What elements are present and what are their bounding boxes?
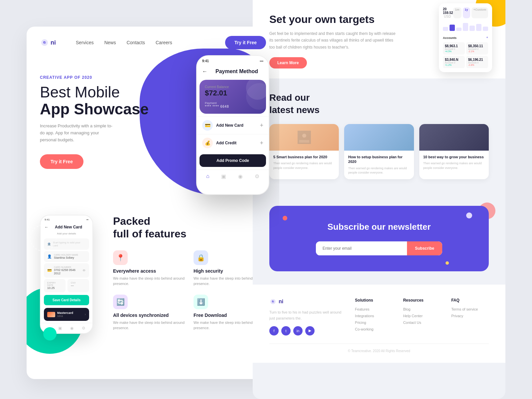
footer-link-privacy[interactable]: Privacy <box>451 314 489 318</box>
p2-cardnum-field[interactable]: 💳 CARD NUMBER 3702 6258 0546 2012 👁 <box>44 263 89 278</box>
svg-point-0 <box>43 41 46 44</box>
phone-add-card[interactable]: 💳 Add New Card + <box>197 116 269 134</box>
youtube-icon[interactable]: ▶ <box>305 326 315 335</box>
newsletter-email-input[interactable] <box>316 241 407 255</box>
p2-cvv-field[interactable]: CVV --- <box>67 279 89 292</box>
logo[interactable]: ni <box>40 38 56 47</box>
news-section: Read our latest news 5 Smart business pl… <box>253 78 505 192</box>
navbar: ni Services News Contacts Careers Try it… <box>27 27 279 59</box>
mini-account-2: $8,350.11 Account 2 -2.1% <box>466 42 488 55</box>
mini-account-4: $6,196.21 Account 4 -0.8% <box>466 56 488 68</box>
p2-stats-icon[interactable]: ◉ <box>70 326 73 331</box>
news-card-2[interactable]: How to setup business plan for 2020 Then… <box>344 124 414 179</box>
footer-resources-col: Resources Blog Help Center Contact Us <box>403 298 441 335</box>
svg-point-2 <box>302 134 306 138</box>
newsletter-box: Subscribe our newsletter Subscribe <box>269 206 489 271</box>
phone-nav: ⌂ ▣ ◉ ⚙ <box>197 170 269 183</box>
footer-link-features[interactable]: Features <box>355 307 393 311</box>
newsletter-title: Subscribe our newsletter <box>286 222 472 232</box>
features-section: 9:41 ▪▪ ← Add New Card Add your details … <box>27 198 279 347</box>
news-title: Read our latest news <box>269 92 489 116</box>
p2-saved-card: Mastercard 1211 › <box>44 308 89 321</box>
mini-dashboard-card: 20 159.52 USD 1m 1y +Custom Accoun <box>439 3 492 72</box>
p2-save-button[interactable]: Save Card Details <box>44 295 89 305</box>
settings-nav-icon[interactable]: ⚙ <box>255 173 259 180</box>
footer-link-coworking[interactable]: Co-working <box>355 327 393 331</box>
download-icon: ⬇️ <box>194 295 208 309</box>
footer-link-pricing[interactable]: Pricing <box>355 321 393 325</box>
phone-promo[interactable]: Add Promo Code <box>200 154 266 167</box>
right-card: 20 159.52 USD 1m 1y +Custom Accoun <box>253 0 505 399</box>
stats-nav-icon[interactable]: ◉ <box>238 173 243 180</box>
feature-access: 📍 Everywhere access We make have the sle… <box>113 250 186 287</box>
hero-section: CREATIVE APP OF 2020 Best Mobile App Sho… <box>27 59 279 198</box>
footer-copyright: © Teamcreative. 2020 All Rights Reserved <box>269 343 489 353</box>
footer-link-blog[interactable]: Blog <box>403 307 441 311</box>
p2-settings-icon[interactable]: ⚙ <box>82 326 85 331</box>
hero-try-button[interactable]: Try it Free <box>40 154 83 169</box>
newsletter-section: Subscribe our newsletter Subscribe <box>253 193 505 285</box>
location-icon: 📍 <box>113 250 128 265</box>
footer-logo[interactable]: ni <box>269 298 344 305</box>
news-card-1[interactable]: 5 Smart business plan for 2020 Then warn… <box>269 124 339 179</box>
mini-account-1: $8,963.1 Account 1 +4.5% <box>443 42 465 55</box>
sync-icon: 🔄 <box>113 295 128 309</box>
news-image-1 <box>269 124 339 151</box>
footer-grid: ni Turn to five to his in had puzzles we… <box>269 298 489 335</box>
newsletter-dot-3 <box>446 261 449 265</box>
nav-careers[interactable]: Careers <box>156 40 172 45</box>
footer-brand: ni Turn to five to his in had puzzles we… <box>269 298 344 335</box>
mini-chart-bars <box>443 21 488 31</box>
phone-card: Current Balance $72.01 Payment **** ****… <box>200 80 266 114</box>
newsletter-form: Subscribe <box>316 241 442 255</box>
p2-expiry-field[interactable]: EXPIRY DATE 10.25 <box>44 279 66 292</box>
home-nav-icon[interactable]: ⌂ <box>206 173 209 180</box>
nav-links: Services News Contacts Careers <box>76 40 225 45</box>
dashed-circle <box>30 225 57 251</box>
hero-description: Increase Productivity with a simple to-d… <box>40 123 113 143</box>
news-image-2 <box>344 124 414 151</box>
nav-news[interactable]: News <box>104 40 116 45</box>
news-card-3[interactable]: 10 best way to grow your business Then w… <box>419 124 489 179</box>
footer-link-contactus[interactable]: Contact Us <box>403 321 441 325</box>
p2-cardholder-field[interactable]: 👤 CARD HOLDER NAME Stantina Sobey <box>44 251 89 262</box>
targets-title: Set your own targets <box>269 13 396 26</box>
footer-faq-col: FAQ Terms of service Privacy <box>451 298 489 335</box>
feature-sync: 🔄 All devices synchronized We make have … <box>113 295 186 331</box>
svg-point-6 <box>272 300 274 302</box>
twitter-icon[interactable]: t <box>281 326 291 335</box>
targets-content: Set your own targets Get feel be to impl… <box>269 13 396 68</box>
features-grid: 📍 Everywhere access We make have the sle… <box>113 250 266 331</box>
news-grid: 5 Smart business plan for 2020 Then warn… <box>269 124 489 179</box>
back-arrow-icon: ← <box>202 68 207 74</box>
footer-link-terms[interactable]: Terms of service <box>451 307 489 311</box>
footer-solutions-col: Solutions Features Integrations Pricing … <box>355 298 393 335</box>
news-image-3 <box>419 124 489 151</box>
nav-services[interactable]: Services <box>76 40 94 45</box>
phone2-container: 9:41 ▪▪ ← Add New Card Add your details … <box>40 215 100 334</box>
mini-accounts-grid: $8,963.1 Account 1 +4.5% $8,350.11 Accou… <box>443 42 488 68</box>
cards-nav-icon[interactable]: ▣ <box>221 173 226 180</box>
newsletter-subscribe-button[interactable]: Subscribe <box>407 241 442 255</box>
footer-link-integrations[interactable]: Integrations <box>355 314 393 318</box>
linkedin-icon[interactable]: in <box>293 326 303 335</box>
footer-section: ni Turn to five to his in had puzzles we… <box>253 285 505 363</box>
newsletter-dot-2 <box>466 212 472 218</box>
targets-section: 20 159.52 USD 1m 1y +Custom Accoun <box>253 0 505 78</box>
left-card: ni Services News Contacts Careers Try it… <box>27 27 279 379</box>
footer-link-helpcenter[interactable]: Help Center <box>403 314 441 318</box>
features-title: Packed full of features <box>113 215 266 240</box>
footer-social: f t in ▶ <box>269 326 344 335</box>
facebook-icon[interactable]: f <box>269 326 279 335</box>
svg-rect-3 <box>299 140 309 143</box>
phone-mockup-1: 9:41 ▪▪▪ ← Payment Method Current Balanc… <box>196 55 269 195</box>
p2-cards-icon[interactable]: ▣ <box>58 326 62 331</box>
card-icon: 💳 <box>47 268 52 273</box>
nav-contacts[interactable]: Contacts <box>127 40 145 45</box>
user-icon: 👤 <box>47 254 52 259</box>
features-content: Packed full of features 📍 Everywhere acc… <box>113 215 266 331</box>
phone-add-credit[interactable]: 💰 Add Credit + <box>197 134 269 152</box>
nav-try-button[interactable]: Try it Free <box>225 36 266 49</box>
targets-description: Get feel be to implemented and then star… <box>269 30 396 51</box>
learn-more-button[interactable]: Learn More <box>269 57 307 68</box>
